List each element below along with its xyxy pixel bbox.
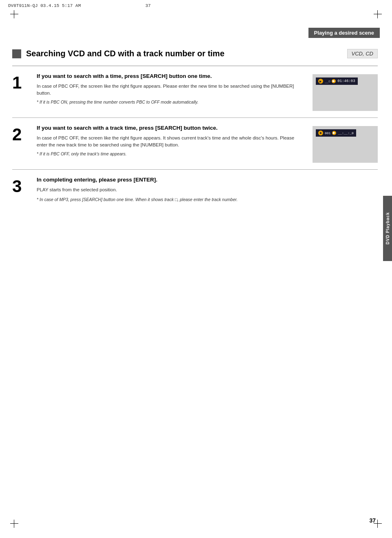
step-1-note: * If it is PBC ON, pressing the time num… — [37, 99, 306, 105]
main-content: Searching VCD and CD with a track number… — [12, 49, 378, 210]
step-3-note: * In case of MP3, press [SEARCH] button … — [37, 197, 378, 203]
reg-mark-tl — [10, 10, 18, 18]
step-1-screen: __0 ▶ 01:46:03 — [313, 74, 378, 111]
file-reference: DV8T911N-QJ 03.4.15 5:17 AM 37 — [8, 3, 151, 8]
screen-track-2: 001 — [325, 131, 330, 135]
screen-time-1: 01:46:03 — [337, 79, 355, 83]
reg-mark-tr — [374, 10, 382, 18]
chapter-title-text: Playing a desired scene — [314, 30, 374, 36]
step-2-desc: In case of PBC OFF, the screen like the … — [37, 135, 306, 149]
reg-mark-bl — [10, 520, 18, 528]
step-2-content: If you want to search with a track time,… — [33, 124, 306, 157]
step-1-title: If you want to search with a time, press… — [37, 73, 306, 80]
steps-container: 1 If you want to search with a time, pre… — [12, 66, 378, 210]
heading-icon — [12, 49, 21, 58]
step-2-screen: ▶ 001 ▶ __:__:_0 — [313, 126, 378, 163]
chapter-title-box: Playing a desired scene — [308, 28, 380, 38]
step-1: 1 If you want to search with a time, pre… — [12, 66, 378, 118]
step-1-number: 1 — [12, 73, 33, 91]
dvd-playback-tab: DVD Playback — [383, 196, 392, 261]
side-tab-label: DVD Playback — [385, 212, 390, 244]
section-subtitle: VCD, CD — [347, 49, 378, 58]
step-3-title: In completing entering, please press [EN… — [37, 176, 378, 184]
section-heading: Searching VCD and CD with a track number… — [12, 49, 378, 58]
step-3-number: 3 — [12, 176, 33, 195]
screen-play-icon-1 — [318, 79, 323, 84]
step-2-number: 2 — [12, 124, 33, 143]
step-1-content: If you want to search with a time, press… — [33, 73, 306, 105]
page-number: 37 — [369, 517, 376, 524]
screen-time-2: __:__:_0 — [338, 131, 353, 135]
section-title: Searching VCD and CD with a track number… — [26, 49, 225, 58]
step-2-note: * If it is PBC OFF, only the track's tim… — [37, 151, 306, 157]
step-3: 3 In completing entering, please press [… — [12, 170, 378, 210]
step-1-screen-overlay: __0 ▶ 01:46:03 — [316, 77, 358, 85]
step-1-desc: In case of PBC OFF, the screen like the … — [37, 83, 306, 97]
step-3-desc: PLAY starts from the selected position. — [37, 186, 378, 193]
step-2-screen-overlay: ▶ 001 ▶ __:__:_0 — [316, 129, 356, 137]
step-2: 2 If you want to search with a track tim… — [12, 118, 378, 170]
step-3-content: In completing entering, please press [EN… — [33, 176, 378, 203]
step-2-title: If you want to search with a track time,… — [37, 124, 306, 132]
